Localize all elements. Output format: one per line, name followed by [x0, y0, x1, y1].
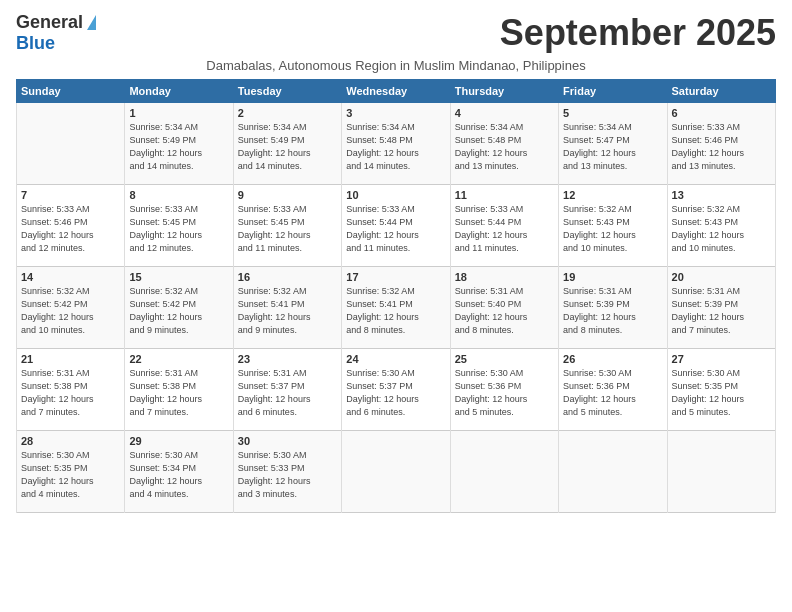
day-cell: 25Sunrise: 5:30 AM Sunset: 5:36 PM Dayli…: [450, 349, 558, 431]
day-cell: [17, 103, 125, 185]
day-cell: 27Sunrise: 5:30 AM Sunset: 5:35 PM Dayli…: [667, 349, 775, 431]
day-cell: 3Sunrise: 5:34 AM Sunset: 5:48 PM Daylig…: [342, 103, 450, 185]
day-number: 16: [238, 271, 337, 283]
day-number: 30: [238, 435, 337, 447]
day-number: 1: [129, 107, 228, 119]
day-info: Sunrise: 5:32 AM Sunset: 5:43 PM Dayligh…: [563, 203, 662, 255]
day-info: Sunrise: 5:30 AM Sunset: 5:33 PM Dayligh…: [238, 449, 337, 501]
day-number: 17: [346, 271, 445, 283]
day-info: Sunrise: 5:31 AM Sunset: 5:37 PM Dayligh…: [238, 367, 337, 419]
day-info: Sunrise: 5:32 AM Sunset: 5:41 PM Dayligh…: [346, 285, 445, 337]
day-cell: 10Sunrise: 5:33 AM Sunset: 5:44 PM Dayli…: [342, 185, 450, 267]
day-info: Sunrise: 5:33 AM Sunset: 5:46 PM Dayligh…: [672, 121, 771, 173]
day-number: 4: [455, 107, 554, 119]
day-info: Sunrise: 5:30 AM Sunset: 5:35 PM Dayligh…: [21, 449, 120, 501]
day-info: Sunrise: 5:33 AM Sunset: 5:46 PM Dayligh…: [21, 203, 120, 255]
logo-general: General: [16, 12, 83, 33]
logo: General Blue: [16, 12, 96, 54]
day-cell: 18Sunrise: 5:31 AM Sunset: 5:40 PM Dayli…: [450, 267, 558, 349]
day-cell: 26Sunrise: 5:30 AM Sunset: 5:36 PM Dayli…: [559, 349, 667, 431]
day-cell: 19Sunrise: 5:31 AM Sunset: 5:39 PM Dayli…: [559, 267, 667, 349]
day-info: Sunrise: 5:34 AM Sunset: 5:48 PM Dayligh…: [455, 121, 554, 173]
calendar-table: Sunday Monday Tuesday Wednesday Thursday…: [16, 79, 776, 513]
day-number: 24: [346, 353, 445, 365]
day-info: Sunrise: 5:33 AM Sunset: 5:44 PM Dayligh…: [455, 203, 554, 255]
day-cell: 22Sunrise: 5:31 AM Sunset: 5:38 PM Dayli…: [125, 349, 233, 431]
day-number: 7: [21, 189, 120, 201]
day-cell: 30Sunrise: 5:30 AM Sunset: 5:33 PM Dayli…: [233, 431, 341, 513]
header-area: General Blue September 2025: [16, 12, 776, 54]
col-thursday: Thursday: [450, 80, 558, 103]
day-info: Sunrise: 5:31 AM Sunset: 5:38 PM Dayligh…: [129, 367, 228, 419]
col-tuesday: Tuesday: [233, 80, 341, 103]
day-number: 2: [238, 107, 337, 119]
day-info: Sunrise: 5:30 AM Sunset: 5:36 PM Dayligh…: [455, 367, 554, 419]
day-cell: 20Sunrise: 5:31 AM Sunset: 5:39 PM Dayli…: [667, 267, 775, 349]
col-wednesday: Wednesday: [342, 80, 450, 103]
day-info: Sunrise: 5:32 AM Sunset: 5:43 PM Dayligh…: [672, 203, 771, 255]
day-cell: [559, 431, 667, 513]
week-row-2: 14Sunrise: 5:32 AM Sunset: 5:42 PM Dayli…: [17, 267, 776, 349]
day-number: 23: [238, 353, 337, 365]
day-number: 28: [21, 435, 120, 447]
day-number: 20: [672, 271, 771, 283]
day-number: 8: [129, 189, 228, 201]
day-info: Sunrise: 5:31 AM Sunset: 5:39 PM Dayligh…: [563, 285, 662, 337]
day-number: 21: [21, 353, 120, 365]
col-monday: Monday: [125, 80, 233, 103]
day-info: Sunrise: 5:34 AM Sunset: 5:48 PM Dayligh…: [346, 121, 445, 173]
logo-line1: General: [16, 12, 96, 33]
day-number: 22: [129, 353, 228, 365]
day-info: Sunrise: 5:30 AM Sunset: 5:37 PM Dayligh…: [346, 367, 445, 419]
week-row-3: 21Sunrise: 5:31 AM Sunset: 5:38 PM Dayli…: [17, 349, 776, 431]
day-number: 14: [21, 271, 120, 283]
day-cell: 5Sunrise: 5:34 AM Sunset: 5:47 PM Daylig…: [559, 103, 667, 185]
day-info: Sunrise: 5:30 AM Sunset: 5:34 PM Dayligh…: [129, 449, 228, 501]
day-number: 26: [563, 353, 662, 365]
day-cell: 13Sunrise: 5:32 AM Sunset: 5:43 PM Dayli…: [667, 185, 775, 267]
col-sunday: Sunday: [17, 80, 125, 103]
week-row-0: 1Sunrise: 5:34 AM Sunset: 5:49 PM Daylig…: [17, 103, 776, 185]
day-info: Sunrise: 5:33 AM Sunset: 5:44 PM Dayligh…: [346, 203, 445, 255]
day-cell: 28Sunrise: 5:30 AM Sunset: 5:35 PM Dayli…: [17, 431, 125, 513]
day-info: Sunrise: 5:30 AM Sunset: 5:35 PM Dayligh…: [672, 367, 771, 419]
day-info: Sunrise: 5:31 AM Sunset: 5:38 PM Dayligh…: [21, 367, 120, 419]
day-number: 27: [672, 353, 771, 365]
day-cell: 17Sunrise: 5:32 AM Sunset: 5:41 PM Dayli…: [342, 267, 450, 349]
day-cell: 16Sunrise: 5:32 AM Sunset: 5:41 PM Dayli…: [233, 267, 341, 349]
day-info: Sunrise: 5:34 AM Sunset: 5:47 PM Dayligh…: [563, 121, 662, 173]
day-info: Sunrise: 5:32 AM Sunset: 5:42 PM Dayligh…: [21, 285, 120, 337]
day-cell: 23Sunrise: 5:31 AM Sunset: 5:37 PM Dayli…: [233, 349, 341, 431]
day-info: Sunrise: 5:30 AM Sunset: 5:36 PM Dayligh…: [563, 367, 662, 419]
day-cell: 12Sunrise: 5:32 AM Sunset: 5:43 PM Dayli…: [559, 185, 667, 267]
week-row-1: 7Sunrise: 5:33 AM Sunset: 5:46 PM Daylig…: [17, 185, 776, 267]
day-number: 29: [129, 435, 228, 447]
day-cell: 1Sunrise: 5:34 AM Sunset: 5:49 PM Daylig…: [125, 103, 233, 185]
day-number: 10: [346, 189, 445, 201]
day-number: 6: [672, 107, 771, 119]
day-cell: 8Sunrise: 5:33 AM Sunset: 5:45 PM Daylig…: [125, 185, 233, 267]
header-row: Sunday Monday Tuesday Wednesday Thursday…: [17, 80, 776, 103]
week-row-4: 28Sunrise: 5:30 AM Sunset: 5:35 PM Dayli…: [17, 431, 776, 513]
day-cell: 29Sunrise: 5:30 AM Sunset: 5:34 PM Dayli…: [125, 431, 233, 513]
day-cell: 24Sunrise: 5:30 AM Sunset: 5:37 PM Dayli…: [342, 349, 450, 431]
day-cell: 6Sunrise: 5:33 AM Sunset: 5:46 PM Daylig…: [667, 103, 775, 185]
month-title: September 2025: [500, 12, 776, 54]
col-friday: Friday: [559, 80, 667, 103]
day-info: Sunrise: 5:31 AM Sunset: 5:40 PM Dayligh…: [455, 285, 554, 337]
logo-line2: Blue: [16, 33, 55, 54]
day-number: 11: [455, 189, 554, 201]
day-cell: [342, 431, 450, 513]
day-number: 3: [346, 107, 445, 119]
col-saturday: Saturday: [667, 80, 775, 103]
logo-arrow-icon: [87, 15, 96, 30]
day-info: Sunrise: 5:33 AM Sunset: 5:45 PM Dayligh…: [238, 203, 337, 255]
day-info: Sunrise: 5:33 AM Sunset: 5:45 PM Dayligh…: [129, 203, 228, 255]
day-info: Sunrise: 5:32 AM Sunset: 5:41 PM Dayligh…: [238, 285, 337, 337]
day-cell: 7Sunrise: 5:33 AM Sunset: 5:46 PM Daylig…: [17, 185, 125, 267]
day-number: 25: [455, 353, 554, 365]
day-number: 19: [563, 271, 662, 283]
day-number: 13: [672, 189, 771, 201]
day-info: Sunrise: 5:34 AM Sunset: 5:49 PM Dayligh…: [238, 121, 337, 173]
day-cell: [450, 431, 558, 513]
